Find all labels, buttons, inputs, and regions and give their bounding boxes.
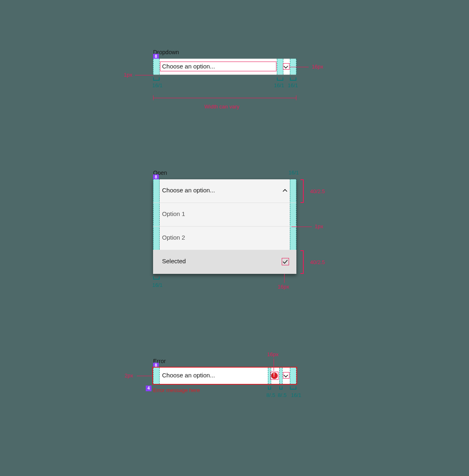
dropdown-placeholder: Choose an option...	[162, 63, 215, 70]
padding-guide-right	[290, 368, 296, 384]
border-width-label: 1px	[124, 72, 132, 78]
dim-bracket	[153, 276, 160, 280]
icon-size-label: 16px	[278, 284, 289, 290]
dim-label: 8/.5	[266, 392, 275, 398]
option-label: Option 1	[162, 210, 185, 217]
top-pad-label: 16/1	[289, 170, 299, 176]
row-height-bracket	[300, 250, 304, 274]
dim-bracket	[290, 77, 296, 81]
dim-label: 16/1	[152, 282, 162, 288]
row-height-label: 40/2.5	[310, 259, 325, 265]
width-note: Width can vary	[204, 104, 239, 110]
dim-label: 8/.5	[278, 392, 287, 398]
icon-size-label: 16px	[312, 64, 323, 70]
dim-label: 16/1	[274, 82, 284, 88]
dropdown-open-spec: Open 8 16/1 Choose an option... Option 1…	[153, 179, 296, 274]
option-label: Option 2	[162, 234, 185, 241]
border-callout-line	[135, 75, 153, 75]
border-width-label: 2px	[125, 372, 133, 379]
dim-bracket	[290, 386, 296, 390]
dropdown-option-selected[interactable]: Selected	[153, 250, 296, 274]
spacing-badge: 4	[146, 386, 151, 391]
chevron-down-icon	[283, 372, 289, 379]
chevron-up-icon	[282, 187, 288, 194]
dropdown-placeholder: Choose an option...	[162, 372, 215, 379]
icon-size-label: 16px	[267, 351, 278, 357]
dropdown-option[interactable]: Option 2	[153, 227, 296, 250]
row-height-label: 40/2.5	[310, 188, 325, 194]
dropdown-closed-spec: Dropdown 8 Choose an option... 1px 16px …	[153, 59, 296, 75]
dim-label: 16/1	[288, 82, 298, 88]
dim-bracket	[268, 386, 271, 390]
dropdown-field-error[interactable]: Choose an option...	[153, 368, 296, 384]
dim-label: 16/1	[152, 82, 162, 88]
dropdown-placeholder: Choose an option...	[162, 187, 215, 194]
dropdown-option[interactable]: Option 1	[153, 203, 296, 227]
dim-bracket	[279, 386, 283, 390]
dim-bracket	[153, 77, 160, 81]
padding-guide	[279, 368, 283, 384]
divider-label: 1px	[315, 223, 323, 229]
error-message: Error message here	[153, 387, 200, 393]
width-span-line	[153, 98, 296, 98]
dropdown-error-spec: Error 8 Choose an option... 4 Error mess…	[153, 368, 296, 384]
dropdown-menu: Choose an option... Option 1 Option 2 Se…	[153, 179, 296, 274]
padding-guide-left	[153, 368, 160, 384]
dim-bracket	[277, 77, 283, 81]
warning-icon	[271, 372, 278, 379]
option-label: Selected	[162, 258, 186, 264]
checkmark-icon	[282, 258, 288, 265]
dim-label: 16/1	[291, 392, 301, 398]
icon-callout-line	[290, 67, 309, 67]
row-height-bracket	[300, 179, 304, 203]
dropdown-header-row[interactable]: Choose an option...	[153, 179, 296, 203]
padding-guide-left	[153, 59, 160, 75]
chevron-down-icon	[283, 64, 289, 70]
dropdown-field[interactable]: Choose an option...	[153, 59, 296, 75]
